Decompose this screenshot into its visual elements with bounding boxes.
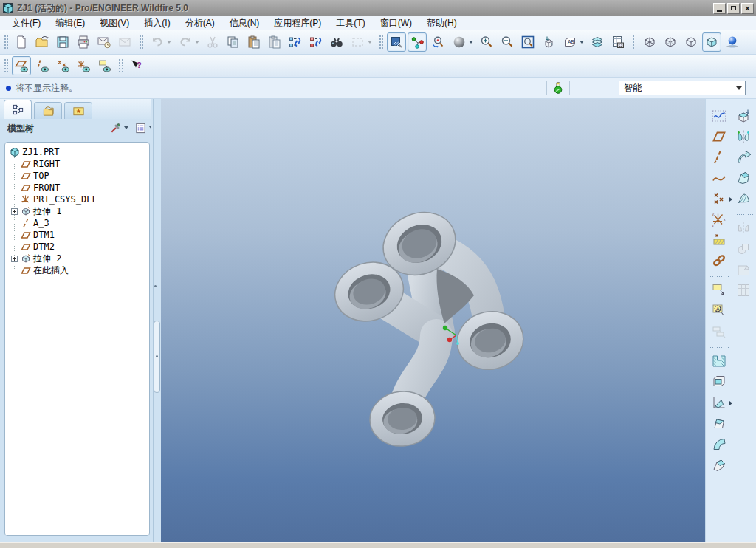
shaded-button[interactable]: [702, 32, 721, 52]
menu-a[interactable]: 分析(A): [178, 16, 222, 30]
save-file-button[interactable]: [53, 32, 72, 52]
menu-e[interactable]: 编辑(E): [48, 16, 92, 30]
expand-toggle[interactable]: [9, 256, 20, 262]
repaint-button[interactable]: [387, 32, 406, 52]
datum-plane-tool-button[interactable]: [709, 127, 729, 146]
appearance-button[interactable]: [449, 32, 475, 52]
enhanced-realism-button[interactable]: [723, 32, 742, 52]
datum-axis-tool-button[interactable]: [709, 148, 729, 167]
pattern-tool-button[interactable]: [734, 281, 753, 300]
flyout-arrow-icon[interactable]: [729, 197, 732, 202]
chevron-down-icon[interactable]: [195, 41, 199, 44]
expand-toggle[interactable]: [9, 208, 20, 215]
tree-item[interactable]: PRT_CSYS_DEF: [9, 193, 148, 205]
tree-item[interactable]: 拉伸 1: [9, 205, 148, 217]
saved-views-button[interactable]: AB: [560, 32, 586, 52]
hole-tool-button[interactable]: [709, 352, 729, 371]
zoom-in-button[interactable]: [477, 32, 496, 52]
minimize-button[interactable]: [713, 3, 726, 14]
cut-button[interactable]: [203, 32, 222, 52]
menu-p[interactable]: 应用程序(P): [267, 16, 329, 30]
menu-t[interactable]: 工具(T): [329, 16, 372, 30]
chamfer-tool-button[interactable]: [709, 455, 729, 474]
zoom-out-button[interactable]: [498, 32, 517, 52]
email-link-button[interactable]: [115, 32, 134, 52]
chevron-down-icon[interactable]: [167, 41, 171, 44]
menu-n[interactable]: 信息(N): [222, 16, 267, 30]
tree-item[interactable]: A_3: [9, 217, 148, 229]
redo-button[interactable]: [175, 32, 202, 52]
paste-button[interactable]: [244, 32, 264, 52]
wireframe-button[interactable]: [640, 32, 659, 52]
find-button[interactable]: [327, 32, 346, 52]
part-3d-model[interactable]: [325, 198, 546, 456]
tree-tools-button[interactable]: [109, 122, 128, 134]
send-email-button[interactable]: [94, 32, 114, 52]
favorites-tab[interactable]: [64, 102, 92, 119]
datum-csys-tool-button[interactable]: yzx: [709, 210, 729, 229]
layers-button[interactable]: [588, 32, 607, 52]
menu-h[interactable]: 帮助(H): [419, 16, 464, 30]
refit-button[interactable]: [518, 32, 537, 52]
analysis-tool-button[interactable]: [709, 230, 729, 250]
hidden-line-button[interactable]: [661, 32, 680, 52]
draft-tool-button[interactable]: [709, 414, 729, 433]
sweep-tool-button[interactable]: [734, 148, 753, 167]
menu-f[interactable]: 文件(F): [4, 16, 48, 30]
boundary-blend-tool-button[interactable]: [734, 189, 753, 208]
csys-display-button[interactable]: [74, 56, 93, 75]
no-hidden-button[interactable]: [681, 32, 701, 52]
tree-item[interactable]: 在此插入: [9, 264, 148, 276]
orient-mode-button[interactable]: [428, 32, 447, 52]
selection-box-button[interactable]: [348, 32, 374, 52]
tree-item[interactable]: DTM1: [9, 229, 148, 241]
regenerate-manager-button[interactable]: [306, 32, 326, 52]
chevron-down-icon[interactable]: [368, 41, 372, 44]
restore-button[interactable]: [727, 3, 740, 14]
tree-item[interactable]: 拉伸 2: [9, 253, 148, 264]
mirror-tool-button[interactable]: [734, 219, 753, 238]
chevron-down-icon[interactable]: [733, 81, 745, 95]
context-help-button[interactable]: ?: [126, 56, 145, 75]
selection-filter-dropdown[interactable]: 智能: [619, 81, 746, 95]
rib-tool-button[interactable]: [709, 393, 729, 412]
close-button[interactable]: ×: [741, 3, 754, 14]
annotation-plane-tool-button[interactable]: [709, 322, 729, 341]
paste-special-button[interactable]: [265, 32, 284, 52]
tree-item[interactable]: FRONT: [9, 182, 148, 193]
flyout-arrow-icon[interactable]: [729, 401, 732, 405]
axis-display-button[interactable]: [32, 56, 52, 75]
tree-item[interactable]: TOP: [9, 170, 148, 182]
plus-icon[interactable]: [11, 208, 18, 215]
revolve-tool-button[interactable]: [734, 127, 753, 146]
merge-tool-button[interactable]: [734, 239, 753, 258]
print-button[interactable]: [74, 32, 93, 52]
point-display-button[interactable]: [53, 56, 72, 75]
extrude-tool-button[interactable]: [734, 106, 753, 126]
undo-button[interactable]: [147, 32, 173, 52]
splitter-handle[interactable]: [154, 321, 160, 393]
regeneration-status-icon[interactable]: [551, 81, 565, 95]
view-manager-button[interactable]: [608, 32, 628, 52]
annotation-display-button[interactable]: [94, 56, 114, 75]
panel-splitter[interactable]: [151, 99, 161, 542]
tree-item[interactable]: ZJ1.PRT: [9, 146, 148, 158]
new-file-button[interactable]: [12, 32, 31, 52]
plus-icon[interactable]: [11, 256, 18, 262]
reorient-button[interactable]: [539, 32, 558, 52]
chevron-down-icon[interactable]: [580, 41, 584, 44]
blend-tool-button[interactable]: [734, 168, 753, 188]
copy-geometry-tool-button[interactable]: [709, 251, 729, 270]
open-file-button[interactable]: [32, 32, 52, 52]
model-tree-tab[interactable]: [4, 100, 32, 119]
menu-w[interactable]: 窗口(W): [373, 16, 419, 30]
folder-browser-tab[interactable]: [34, 102, 62, 119]
extend-tool-button[interactable]: [734, 260, 753, 279]
graphics-viewport[interactable]: [161, 99, 705, 542]
datum-target-tool-button[interactable]: A: [709, 301, 729, 321]
menu-i[interactable]: 插入(I): [137, 16, 177, 30]
chevron-down-icon[interactable]: [124, 126, 128, 129]
note-tool-button[interactable]: [709, 281, 729, 300]
menu-v[interactable]: 视图(V): [92, 16, 137, 30]
plane-display-button[interactable]: [12, 56, 31, 75]
